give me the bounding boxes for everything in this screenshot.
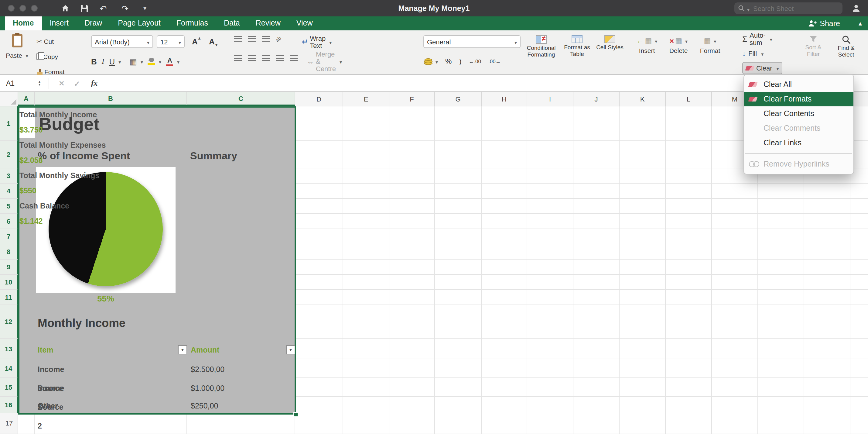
increase-decimal-button[interactable]: ←.00 — [469, 58, 481, 64]
decrease-decimal-button[interactable]: .00→ — [488, 58, 501, 64]
align-left-icon[interactable] — [234, 55, 242, 61]
row-header-14[interactable]: 14 — [0, 359, 18, 378]
align-center-icon[interactable] — [248, 55, 256, 61]
bold-button[interactable]: B — [91, 57, 97, 66]
column-header-h[interactable]: H — [482, 92, 527, 106]
autosum-button[interactable]: Σ Auto-sum — [742, 33, 772, 45]
row-header-8[interactable]: 8 — [0, 244, 18, 260]
column-header-e[interactable]: E — [343, 92, 390, 106]
currency-format-button[interactable] — [425, 55, 438, 67]
income-item-cell[interactable]: Income Source 2 — [38, 379, 64, 398]
align-middle-icon[interactable] — [248, 36, 256, 42]
tab-view[interactable]: View — [288, 17, 321, 30]
name-box[interactable]: A1 — [0, 79, 35, 87]
column-header-a[interactable]: A — [18, 92, 35, 106]
wrap-text-button[interactable]: Wrap Text — [302, 36, 332, 48]
summary-item-label[interactable]: Total Monthly Expenses — [20, 138, 106, 153]
delete-cells-button[interactable]: Delete — [664, 36, 692, 55]
summary-item-value[interactable]: $3.750 — [20, 123, 106, 138]
column-header-j[interactable]: J — [574, 92, 620, 106]
row-header-12[interactable]: 12 — [0, 305, 18, 339]
decrease-font-size-button[interactable] — [205, 35, 221, 48]
share-button[interactable]: Share — [808, 17, 840, 30]
row-header-3[interactable]: 3 — [0, 168, 18, 183]
text-orientation-icon[interactable]: ab — [275, 35, 282, 42]
amount-filter-dropdown-button[interactable] — [286, 345, 295, 354]
percent-format-button[interactable]: % — [445, 57, 452, 66]
row-header-10[interactable]: 10 — [0, 275, 18, 290]
amount-column-header-cell[interactable]: Amount — [191, 340, 219, 360]
row-header-11[interactable]: 11 — [0, 290, 18, 305]
decrease-indent-icon[interactable] — [276, 55, 284, 61]
item-filter-dropdown-button[interactable] — [178, 345, 187, 354]
tab-insert[interactable]: Insert — [41, 17, 76, 30]
row-header-2[interactable]: 2 — [0, 141, 18, 168]
format-cells-button[interactable]: Format — [696, 36, 724, 55]
insert-cells-button[interactable]: Insert — [633, 36, 661, 55]
column-header-i[interactable]: I — [527, 92, 574, 106]
monthly-income-title-cell[interactable]: Monthly Income — [38, 306, 125, 340]
number-format-combo[interactable]: General — [423, 35, 521, 48]
income-item-cell[interactable]: Other — [38, 398, 58, 414]
tab-page-layout[interactable]: Page Layout — [110, 17, 168, 30]
search-scope-chevron-icon[interactable] — [747, 3, 749, 14]
row-header-7[interactable]: 7 — [0, 229, 18, 244]
italic-button[interactable]: I — [102, 57, 104, 66]
row-header-1[interactable]: 1 — [0, 106, 18, 141]
format-as-table-button[interactable]: Format as Table — [561, 35, 593, 57]
align-bottom-icon[interactable] — [262, 36, 270, 42]
income-amount-cell[interactable]: $250,00 — [191, 398, 218, 414]
tab-review[interactable]: Review — [248, 17, 288, 30]
borders-button[interactable] — [129, 55, 143, 67]
row-header-17[interactable]: 17 — [0, 413, 18, 433]
cut-button[interactable]: Cut — [36, 35, 65, 48]
select-all-corner[interactable] — [0, 92, 18, 106]
font-size-combo[interactable]: 12 — [157, 35, 185, 48]
menu-item-clear-links[interactable]: Clear Links — [744, 136, 854, 150]
align-right-icon[interactable] — [262, 55, 270, 61]
column-header-f[interactable]: F — [390, 92, 435, 106]
pie-percent-label-cell[interactable]: 55% — [36, 291, 176, 306]
copy-button[interactable]: Copy — [36, 51, 65, 63]
align-top-icon[interactable] — [234, 36, 242, 42]
summary-item-value[interactable]: $550 — [20, 183, 106, 199]
tab-data[interactable]: Data — [216, 17, 248, 30]
summary-item-label[interactable]: Total Monthly Income — [20, 108, 106, 123]
conditional-formatting-button[interactable]: Conditional Formatting — [524, 35, 559, 58]
underline-button[interactable]: U — [109, 55, 121, 67]
comma-format-button[interactable]: ) — [459, 57, 461, 66]
insert-function-fx-icon[interactable]: fx — [91, 78, 98, 88]
column-header-k[interactable]: K — [620, 92, 666, 106]
increase-font-size-button[interactable] — [188, 35, 204, 48]
increase-indent-icon[interactable] — [290, 55, 298, 61]
item-column-header-cell[interactable]: Item — [38, 340, 53, 360]
summary-item-label[interactable]: Cash Balance — [20, 199, 106, 214]
sheet-grid[interactable]: Budget % of Income Spent Summary 55% Tot… — [0, 106, 868, 434]
menu-item-clear-contents[interactable]: Clear Contents — [744, 106, 854, 121]
account-person-icon[interactable] — [851, 3, 861, 13]
summary-item-value[interactable]: $1.142 — [20, 214, 106, 229]
clear-button[interactable]: Clear — [742, 62, 783, 74]
cell-styles-button[interactable]: Cell Styles — [595, 35, 624, 51]
income-amount-cell[interactable]: $1.000,00 — [191, 379, 224, 398]
font-name-combo[interactable]: Arial (Body) — [91, 35, 153, 48]
row-header-16[interactable]: 16 — [0, 397, 18, 413]
paste-button[interactable]: Paste — [4, 34, 30, 61]
search-input[interactable] — [752, 4, 831, 12]
font-color-button[interactable]: A — [166, 55, 180, 67]
search-field[interactable] — [734, 2, 842, 14]
menu-item-clear-formats[interactable]: Clear Formats — [744, 92, 854, 106]
menu-item-clear-all[interactable]: Clear All — [744, 77, 854, 92]
summary-item-label[interactable]: Total Monthly Savings — [20, 168, 106, 183]
tab-home[interactable]: Home — [5, 17, 41, 30]
row-header-6[interactable]: 6 — [0, 214, 18, 229]
column-header-c[interactable]: C — [187, 92, 295, 106]
confirm-entry-icon[interactable] — [74, 78, 80, 88]
fill-color-button[interactable] — [148, 55, 161, 67]
column-header-g[interactable]: G — [435, 92, 482, 106]
row-header-5[interactable]: 5 — [0, 199, 18, 214]
find-select-button[interactable]: Find & Select — [831, 35, 861, 58]
income-amount-cell[interactable]: $2.500,00 — [191, 360, 224, 379]
cancel-entry-icon[interactable] — [59, 78, 64, 88]
summary-item-value[interactable]: $2.058 — [20, 153, 106, 168]
